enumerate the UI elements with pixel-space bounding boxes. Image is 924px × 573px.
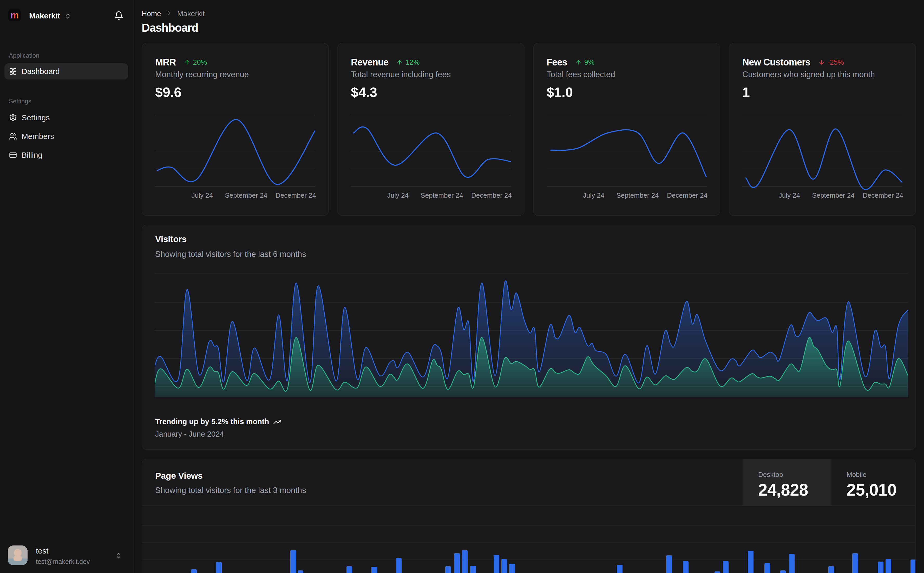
- svg-text:m: m: [10, 10, 19, 20]
